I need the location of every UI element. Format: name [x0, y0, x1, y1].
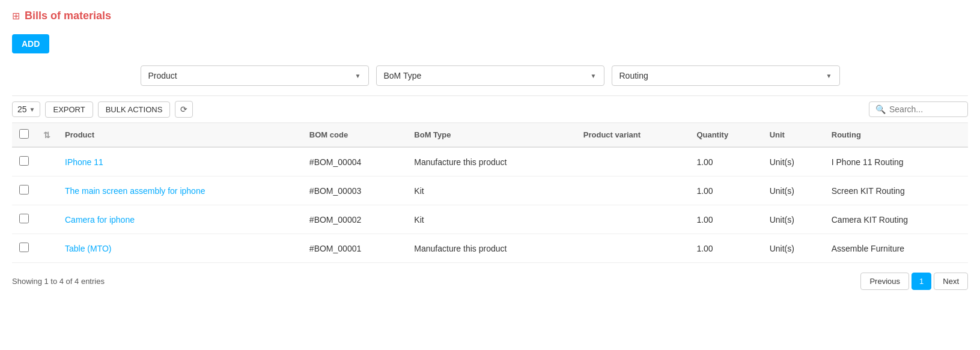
- row-bom-code-0: #BOM_00004: [302, 147, 407, 177]
- page-size-value: 25: [17, 104, 27, 114]
- table-footer: Showing 1 to 4 of 4 entries Previous 1 N…: [12, 263, 968, 295]
- routing-filter[interactable]: Routing ▼: [612, 65, 840, 86]
- page-title: Bills of materials: [25, 10, 111, 22]
- row-bom-type-3: Manufacture this product: [407, 234, 576, 263]
- table-row: IPhone 11 #BOM_00004 Manufacture this pr…: [12, 147, 968, 177]
- row-checkbox-3[interactable]: [19, 243, 29, 252]
- col-header-bom-type: BoM Type: [407, 123, 576, 147]
- refresh-button[interactable]: ⟳: [175, 101, 193, 118]
- page-title-bar: ⊞ Bills of materials: [12, 10, 968, 22]
- showing-text: Showing 1 to 4 of 4 entries: [12, 277, 105, 286]
- search-input[interactable]: [889, 104, 961, 114]
- row-unit-1: Unit(s): [762, 177, 824, 205]
- col-header-product: Product: [58, 123, 302, 147]
- next-button[interactable]: Next: [934, 273, 968, 290]
- row-quantity-2: 1.00: [689, 205, 762, 234]
- page-1-button[interactable]: 1: [912, 273, 931, 290]
- select-all-checkbox[interactable]: [19, 129, 29, 139]
- row-routing-1: Screen KIT Routing: [824, 177, 968, 205]
- row-unit-0: Unit(s): [762, 147, 824, 177]
- row-sort-cell-0: [36, 147, 58, 177]
- row-product-3[interactable]: Table (MTO): [58, 234, 302, 263]
- bom-type-filter-arrow: ▼: [591, 73, 597, 79]
- toolbar: 25 ▼ EXPORT BULK ACTIONS ⟳ 🔍: [12, 95, 968, 123]
- row-product-variant-0: [576, 147, 690, 177]
- product-filter[interactable]: Product ▼: [141, 65, 369, 86]
- row-sort-cell-1: [36, 177, 58, 205]
- select-all-header[interactable]: [12, 123, 36, 147]
- search-icon: 🔍: [875, 104, 886, 114]
- row-sort-cell-3: [36, 234, 58, 263]
- col-header-bom-code: BOM code: [302, 123, 407, 147]
- page-size-selector[interactable]: 25 ▼: [12, 101, 40, 117]
- table-row: Camera for iphone #BOM_00002 Kit 1.00 Un…: [12, 205, 968, 234]
- product-filter-arrow: ▼: [355, 73, 361, 79]
- row-product-variant-3: [576, 234, 690, 263]
- export-button[interactable]: EXPORT: [45, 101, 93, 118]
- table-row: Table (MTO) #BOM_00001 Manufacture this …: [12, 234, 968, 263]
- row-bom-code-3: #BOM_00001: [302, 234, 407, 263]
- bom-table: ⇅ Product BOM code BoM Type Product vari…: [12, 123, 968, 263]
- row-unit-3: Unit(s): [762, 234, 824, 263]
- sort-icon-header[interactable]: ⇅: [36, 123, 58, 147]
- bulk-actions-button[interactable]: BULK ACTIONS: [98, 101, 171, 118]
- row-checkbox-cell-1[interactable]: [12, 177, 36, 205]
- row-routing-3: Assemble Furniture: [824, 234, 968, 263]
- col-header-unit: Unit: [762, 123, 824, 147]
- col-header-routing: Routing: [824, 123, 968, 147]
- row-checkbox-1[interactable]: [19, 185, 29, 195]
- row-bom-type-2: Kit: [407, 205, 576, 234]
- prev-button[interactable]: Previous: [860, 273, 909, 290]
- row-bom-code-1: #BOM_00003: [302, 177, 407, 205]
- row-checkbox-0[interactable]: [19, 156, 29, 166]
- row-unit-2: Unit(s): [762, 205, 824, 234]
- routing-filter-arrow: ▼: [826, 73, 832, 79]
- product-filter-label: Product: [148, 71, 177, 80]
- row-checkbox-cell-3[interactable]: [12, 234, 36, 263]
- bom-type-filter[interactable]: BoM Type ▼: [376, 65, 604, 86]
- row-routing-2: Camera KIT Routing: [824, 205, 968, 234]
- row-routing-0: I Phone 11 Routing: [824, 147, 968, 177]
- row-quantity-0: 1.00: [689, 147, 762, 177]
- row-product-1[interactable]: The main screen assembly for iphone: [58, 177, 302, 205]
- row-product-2[interactable]: Camera for iphone: [58, 205, 302, 234]
- row-product-variant-2: [576, 205, 690, 234]
- row-product-variant-1: [576, 177, 690, 205]
- row-product-0[interactable]: IPhone 11: [58, 147, 302, 177]
- row-bom-code-2: #BOM_00002: [302, 205, 407, 234]
- refresh-icon: ⟳: [180, 104, 187, 114]
- row-checkbox-cell-2[interactable]: [12, 205, 36, 234]
- row-quantity-3: 1.00: [689, 234, 762, 263]
- search-area: 🔍: [869, 101, 968, 117]
- bom-type-filter-label: BoM Type: [384, 71, 422, 80]
- add-button[interactable]: ADD: [12, 34, 49, 53]
- table-row: The main screen assembly for iphone #BOM…: [12, 177, 968, 205]
- bom-icon: ⊞: [12, 10, 20, 22]
- row-quantity-1: 1.00: [689, 177, 762, 205]
- col-header-product-variant: Product variant: [576, 123, 690, 147]
- filter-row: Product ▼ BoM Type ▼ Routing ▼: [12, 65, 968, 86]
- row-bom-type-0: Manufacture this product: [407, 147, 576, 177]
- row-sort-cell-2: [36, 205, 58, 234]
- pagination: Previous 1 Next: [860, 273, 968, 290]
- sort-icon[interactable]: ⇅: [43, 130, 50, 140]
- page-size-arrow: ▼: [29, 106, 35, 113]
- row-bom-type-1: Kit: [407, 177, 576, 205]
- row-checkbox-2[interactable]: [19, 214, 29, 223]
- routing-filter-label: Routing: [619, 71, 648, 80]
- col-header-quantity: Quantity: [689, 123, 762, 147]
- row-checkbox-cell-0[interactable]: [12, 147, 36, 177]
- table-header-row: ⇅ Product BOM code BoM Type Product vari…: [12, 123, 968, 147]
